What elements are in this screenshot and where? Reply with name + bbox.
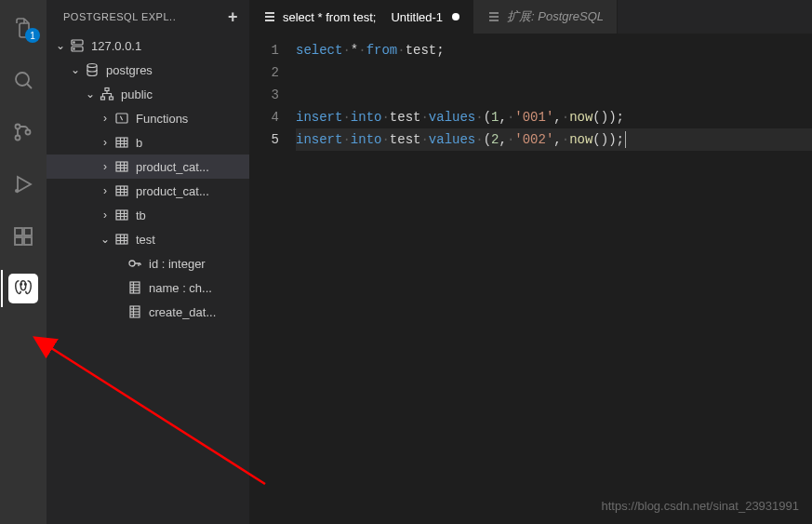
- tree-table-product-cat-2[interactable]: › product_cat...: [47, 179, 249, 203]
- functions-icon: [113, 111, 130, 126]
- table-icon: [113, 183, 130, 198]
- svg-point-17: [87, 64, 97, 68]
- svg-point-3: [16, 136, 20, 141]
- tree-column-name[interactable]: name : ch...: [47, 275, 249, 300]
- chevron-down-icon: ⌄: [99, 233, 112, 246]
- tree-label: 127.0.0.1: [91, 39, 141, 53]
- svg-rect-7: [15, 228, 22, 235]
- svg-point-47: [129, 261, 135, 266]
- text-cursor: [625, 131, 626, 148]
- line-gutter: 1 2 3 4 5: [249, 39, 296, 524]
- list-icon: [486, 9, 501, 24]
- tree-label: id : integer: [149, 257, 206, 271]
- sidebar-title: POSTGRESQL EXPL..: [63, 11, 228, 22]
- table-icon: [113, 135, 130, 150]
- activity-extensions[interactable]: [1, 218, 46, 255]
- list-icon: [262, 9, 277, 24]
- editor-area: select * from test; Untitled-1 扩展: Postg…: [249, 0, 812, 524]
- explorer-badge: 1: [25, 28, 40, 43]
- svg-point-16: [73, 48, 74, 49]
- tree-table-test[interactable]: ⌄ test: [47, 227, 249, 251]
- tree-label: postgres: [106, 63, 153, 77]
- activity-scm[interactable]: [1, 114, 46, 151]
- tree-label: create_dat...: [149, 305, 216, 319]
- chevron-down-icon: ⌄: [84, 87, 97, 101]
- column-icon: [126, 304, 143, 319]
- svg-point-15: [73, 42, 74, 43]
- svg-line-1: [27, 84, 32, 88]
- activity-bar: 1: [0, 0, 47, 524]
- schema-icon: [99, 87, 115, 101]
- activity-postgresql[interactable]: [1, 270, 46, 307]
- connection-tree: ⌄ 127.0.0.1 ⌄ postgres ⌄ public ›: [47, 34, 249, 524]
- svg-rect-10: [24, 228, 32, 235]
- code-line: [296, 61, 812, 84]
- svg-point-6: [15, 189, 19, 193]
- chevron-right-icon: ›: [99, 136, 112, 149]
- table-icon: [113, 208, 130, 222]
- svg-point-12: [25, 284, 26, 285]
- svg-rect-27: [116, 162, 127, 171]
- tree-column-create-dat[interactable]: create_dat...: [47, 300, 249, 324]
- svg-point-0: [16, 73, 29, 86]
- tree-database[interactable]: ⌄ postgres: [47, 58, 249, 82]
- key-icon: [126, 256, 143, 271]
- svg-rect-19: [101, 97, 105, 100]
- svg-rect-9: [24, 237, 32, 245]
- line-number: 2: [249, 61, 279, 84]
- code-editor[interactable]: 1 2 3 4 5 select·*·from·test; insert·int…: [249, 34, 812, 524]
- svg-point-11: [20, 284, 21, 285]
- postgresql-icon: [8, 274, 38, 303]
- tree-functions[interactable]: › Functions: [47, 106, 249, 130]
- svg-rect-32: [116, 186, 127, 195]
- line-number: 1: [249, 39, 279, 61]
- svg-rect-20: [110, 97, 113, 100]
- watermark-text: https://blog.csdn.net/sinat_23931991: [602, 499, 800, 513]
- tree-column-id[interactable]: id : integer: [47, 251, 249, 275]
- tab-query-text: select * from test;: [283, 10, 376, 24]
- add-connection-button[interactable]: +: [228, 7, 238, 27]
- code-content: select·*·from·test; insert·into·test·val…: [296, 39, 812, 524]
- table-icon: [113, 232, 130, 247]
- tree-label: tb: [136, 208, 146, 222]
- chevron-down-icon: ⌄: [69, 63, 82, 76]
- tree-label: public: [121, 87, 153, 101]
- code-line: insert·into·test·values·(2,·'002',·now()…: [296, 128, 812, 151]
- tree-table-tb[interactable]: › tb: [47, 203, 249, 227]
- tree-schema[interactable]: ⌄ public: [47, 82, 249, 106]
- chevron-right-icon: ›: [99, 112, 112, 125]
- chevron-right-icon: ›: [99, 160, 112, 173]
- tree-table-product-cat-1[interactable]: › product_cat...: [47, 155, 249, 179]
- chevron-right-icon: ›: [99, 208, 112, 222]
- line-number: 4: [249, 106, 279, 128]
- svg-point-4: [26, 130, 31, 135]
- svg-rect-8: [15, 237, 22, 245]
- tree-label: b: [136, 136, 142, 150]
- svg-rect-42: [116, 235, 127, 244]
- code-line: insert·into·test·values·(1,·'001',·now()…: [296, 106, 812, 128]
- svg-rect-22: [116, 138, 127, 147]
- tree-label: test: [136, 233, 155, 247]
- tree-label: name : ch...: [149, 281, 212, 295]
- svg-rect-18: [105, 88, 109, 91]
- tree-table-b[interactable]: › b: [47, 130, 249, 155]
- tab-extension-postgresql[interactable]: 扩展: PostgreSQL: [473, 0, 618, 34]
- activity-explorer[interactable]: 1: [1, 9, 46, 47]
- tree-server[interactable]: ⌄ 127.0.0.1: [47, 34, 249, 58]
- editor-tabs: select * from test; Untitled-1 扩展: Postg…: [249, 0, 812, 34]
- sidebar-header: POSTGRESQL EXPL.. +: [47, 0, 249, 34]
- tree-label: product_cat...: [136, 160, 209, 174]
- line-number: 3: [249, 84, 279, 106]
- tab-sql-untitled[interactable]: select * from test; Untitled-1: [249, 0, 473, 34]
- table-icon: [113, 159, 130, 174]
- sidebar: POSTGRESQL EXPL.. + ⌄ 127.0.0.1 ⌄ postgr…: [47, 0, 249, 524]
- chevron-down-icon: ⌄: [54, 39, 67, 52]
- tree-label: product_cat...: [136, 184, 209, 198]
- code-line: [296, 84, 812, 106]
- activity-debug[interactable]: [1, 166, 46, 203]
- activity-search[interactable]: [1, 61, 46, 99]
- database-icon: [84, 62, 100, 77]
- chevron-right-icon: ›: [99, 184, 112, 197]
- svg-marker-5: [18, 177, 31, 192]
- server-icon: [69, 38, 86, 53]
